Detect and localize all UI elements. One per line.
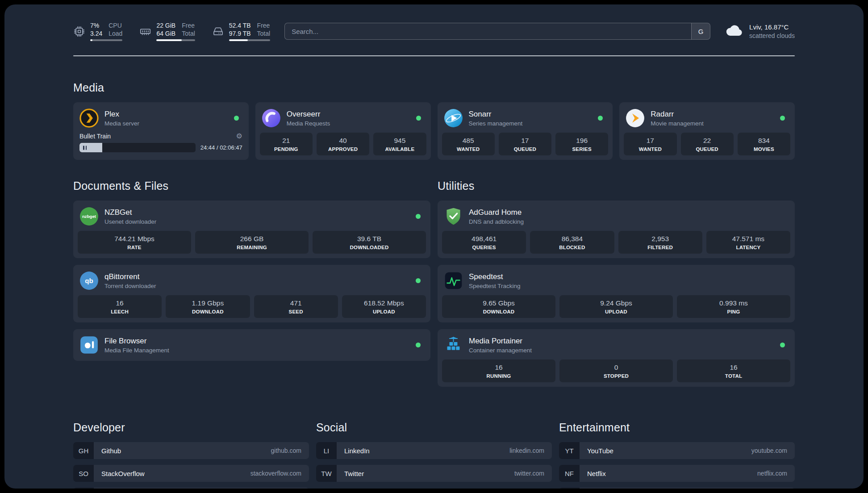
speedtest-icon bbox=[444, 271, 463, 290]
service-description: Usenet downloader bbox=[104, 218, 156, 225]
stat-value: 86,384 bbox=[532, 235, 612, 243]
stat-ping: 0.993 ms PING bbox=[677, 295, 790, 318]
bookmark-dev[interactable]: DT DEV dev.to bbox=[73, 488, 309, 489]
stat-value: 9.24 Gbps bbox=[561, 299, 671, 307]
bookmark-abbr: GH bbox=[73, 442, 94, 459]
search-input[interactable] bbox=[285, 23, 691, 39]
bookmark-abbr: RE bbox=[559, 488, 580, 489]
service-description: Series management bbox=[469, 120, 523, 127]
stat-label: UPLOAD bbox=[344, 309, 424, 314]
stat-label: PING bbox=[679, 309, 789, 314]
stat-rate: 744.21 Mbps RATE bbox=[78, 231, 191, 254]
bookmark-youtube[interactable]: YT YouTube youtube.com bbox=[559, 442, 795, 459]
playback-progress-bar[interactable] bbox=[79, 143, 196, 152]
bookmark-twitter[interactable]: TW Twitter twitter.com bbox=[316, 465, 552, 482]
status-dot-online bbox=[416, 343, 421, 347]
section-title-utilities: Utilities bbox=[438, 180, 795, 192]
service-name: Speedtest bbox=[469, 272, 521, 281]
sonarr-icon bbox=[444, 109, 463, 128]
stat-value: 945 bbox=[375, 137, 424, 145]
stat-running: 16 RUNNING bbox=[442, 359, 555, 382]
cpu-label-2: Load bbox=[108, 29, 122, 38]
now-playing-title: Bullet Train bbox=[79, 133, 111, 140]
bookmark-netflix[interactable]: NF Netflix netflix.com bbox=[559, 465, 795, 482]
qbittorrent-icon: qb bbox=[79, 271, 99, 290]
service-name: Plex bbox=[104, 110, 139, 119]
stat-label: STOPPED bbox=[561, 373, 671, 379]
card-filebrowser[interactable]: File Browser Media File Management bbox=[73, 329, 430, 361]
stat-label: UPLOAD bbox=[561, 309, 671, 314]
search-provider-button[interactable]: G bbox=[691, 23, 710, 39]
stat-download: 1.19 Gbps DOWNLOAD bbox=[166, 295, 250, 318]
card-radarr[interactable]: Radarr Movie management 17 WANTED 22 QUE… bbox=[619, 102, 795, 160]
card-nzbget[interactable]: nzbget NZBGet Usenet downloader 744.21 M… bbox=[73, 201, 430, 258]
stat-value: 0 bbox=[561, 363, 671, 372]
stat-remaining: 266 GB REMAINING bbox=[195, 231, 309, 254]
service-description: Media File Management bbox=[104, 347, 169, 354]
drive-icon bbox=[212, 25, 224, 38]
memory-total-value: 64 GiB bbox=[156, 29, 175, 38]
bookmark-name: Twitter bbox=[344, 470, 364, 477]
stat-label: DOWNLOAD bbox=[444, 309, 554, 314]
service-description: Movie management bbox=[651, 120, 704, 127]
bookmark-linkedin[interactable]: LI LinkedIn linkedin.com bbox=[316, 442, 552, 459]
overseerr-icon bbox=[262, 109, 281, 128]
stat-stopped: 0 STOPPED bbox=[559, 359, 673, 382]
card-adguard[interactable]: AdGuard Home DNS and adblocking 498,461 … bbox=[438, 201, 795, 258]
ram-icon bbox=[139, 25, 151, 38]
stat-label: WANTED bbox=[626, 146, 675, 152]
topbar: 7% 3.24 CPU Load bbox=[73, 21, 795, 41]
stat-label: PENDING bbox=[262, 146, 311, 152]
playback-time: 24:44 / 02:06:47 bbox=[200, 144, 242, 151]
card-speedtest[interactable]: Speedtest Speedtest Tracking 9.65 Gbps D… bbox=[438, 265, 795, 322]
card-sonarr[interactable]: Sonarr Series management 485 WANTED 17 Q… bbox=[438, 102, 613, 160]
stat-label: LATENCY bbox=[708, 245, 789, 250]
service-name: AdGuard Home bbox=[469, 208, 524, 217]
plex-icon bbox=[79, 109, 99, 128]
stat-total: 16 TOTAL bbox=[677, 359, 790, 382]
pause-icon[interactable] bbox=[83, 146, 87, 150]
card-plex[interactable]: Plex Media server Bullet Train bbox=[73, 102, 249, 160]
section-title-media: Media bbox=[73, 81, 795, 94]
cpu-widget: 7% 3.24 CPU Load bbox=[73, 21, 122, 41]
section-title-documents: Documents & Files bbox=[73, 180, 430, 192]
gear-icon[interactable] bbox=[236, 133, 242, 140]
card-overseerr[interactable]: Overseerr Media Requests 21 PENDING 40 A… bbox=[255, 102, 431, 160]
stat-value: 9.65 Gbps bbox=[444, 299, 554, 307]
stat-movies: 834 MOVIES bbox=[738, 133, 790, 155]
memory-free-value: 22 GiB bbox=[156, 21, 175, 29]
status-dot-online bbox=[416, 278, 421, 283]
service-description: Speedtest Tracking bbox=[469, 283, 521, 289]
bookmarks-developer: Developer GH Github github.com SO StackO… bbox=[73, 421, 309, 489]
cpu-load-value: 3.24 bbox=[90, 29, 102, 38]
stat-label: QUEUED bbox=[501, 146, 550, 152]
bookmark-stackoverflow[interactable]: SO StackOverflow stackoverflow.com bbox=[73, 465, 309, 482]
stat-value: 17 bbox=[501, 137, 550, 145]
stat-value: 16 bbox=[444, 363, 554, 372]
dashboard-frame: 7% 3.24 CPU Load bbox=[4, 4, 864, 489]
memory-usage-bar bbox=[156, 39, 195, 41]
status-dot-online bbox=[780, 343, 785, 347]
bookmark-github[interactable]: GH Github github.com bbox=[73, 442, 309, 459]
stat-download: 9.65 Gbps DOWNLOAD bbox=[442, 295, 555, 318]
stat-label: FILTERED bbox=[620, 245, 701, 250]
stat-value: 17 bbox=[626, 137, 675, 145]
stat-value: 498,461 bbox=[444, 235, 524, 243]
disk-widget: 52.4 TB 97.9 TB Free Total bbox=[212, 21, 270, 41]
stat-upload: 9.24 Gbps UPLOAD bbox=[559, 295, 673, 318]
bookmarks-social: Social LI LinkedIn linkedin.com TW Twitt… bbox=[316, 421, 552, 489]
stat-value: 0.993 ms bbox=[679, 299, 789, 307]
bookmark-reddit[interactable]: RE Reddit reddit.com bbox=[559, 488, 795, 489]
card-qbittorrent[interactable]: qb qBittorrent Torrent downloader 16 LEE… bbox=[73, 265, 430, 322]
service-description: Media Requests bbox=[287, 120, 330, 127]
weather-location: Lviv, 16.87°C bbox=[749, 23, 795, 32]
topbar-divider bbox=[73, 55, 795, 56]
status-dot-online bbox=[780, 116, 785, 121]
card-portainer[interactable]: Media Portainer Container management 16 … bbox=[438, 329, 795, 387]
svg-text:nzbget: nzbget bbox=[82, 214, 96, 219]
stat-value: 266 GB bbox=[197, 235, 307, 243]
disk-total-value: 97.9 TB bbox=[229, 29, 251, 38]
memory-widget: 22 GiB 64 GiB Free Total bbox=[139, 21, 195, 41]
stat-series: 196 SERIES bbox=[555, 133, 608, 155]
bookmark-name: Netflix bbox=[587, 470, 606, 477]
